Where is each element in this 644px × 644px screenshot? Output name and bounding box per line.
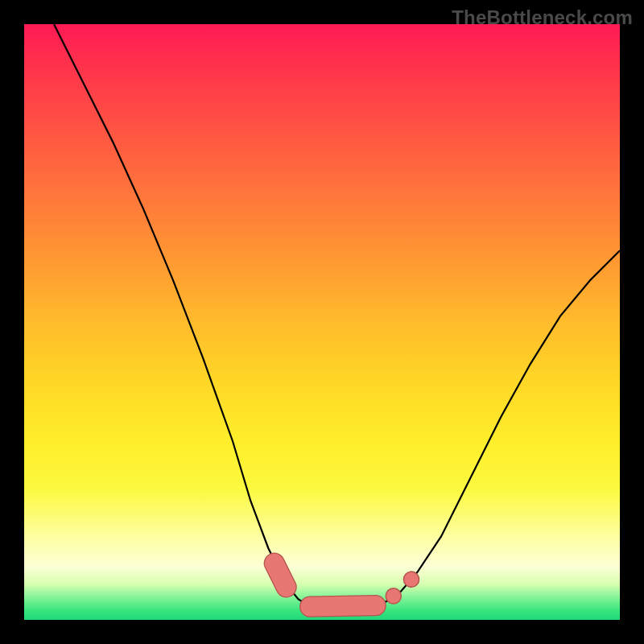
watermark-text: TheBottleneck.com	[452, 6, 633, 29]
left-approach-capsule	[275, 564, 287, 588]
right-up-dot-1	[386, 588, 401, 604]
valley-floor-capsule	[310, 605, 375, 607]
curve-right-branch	[369, 250, 620, 608]
chart-svg	[24, 24, 620, 620]
marker-group	[275, 564, 419, 607]
curve-left-branch	[54, 24, 334, 610]
right-up-dot-2	[403, 572, 419, 587]
root-frame: TheBottleneck.com	[0, 0, 644, 644]
plot-area	[24, 24, 620, 620]
